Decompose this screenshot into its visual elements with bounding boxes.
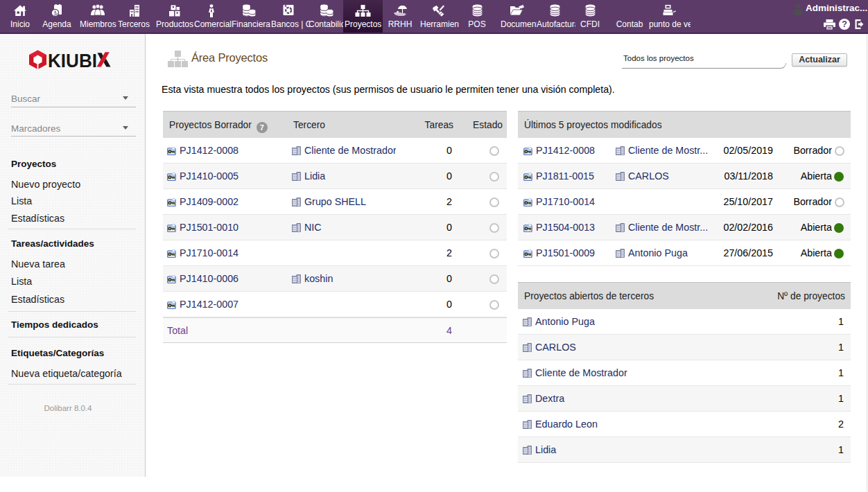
svg-text:KIUBI: KIUBI (48, 51, 97, 71)
svg-text:?: ? (842, 19, 847, 29)
